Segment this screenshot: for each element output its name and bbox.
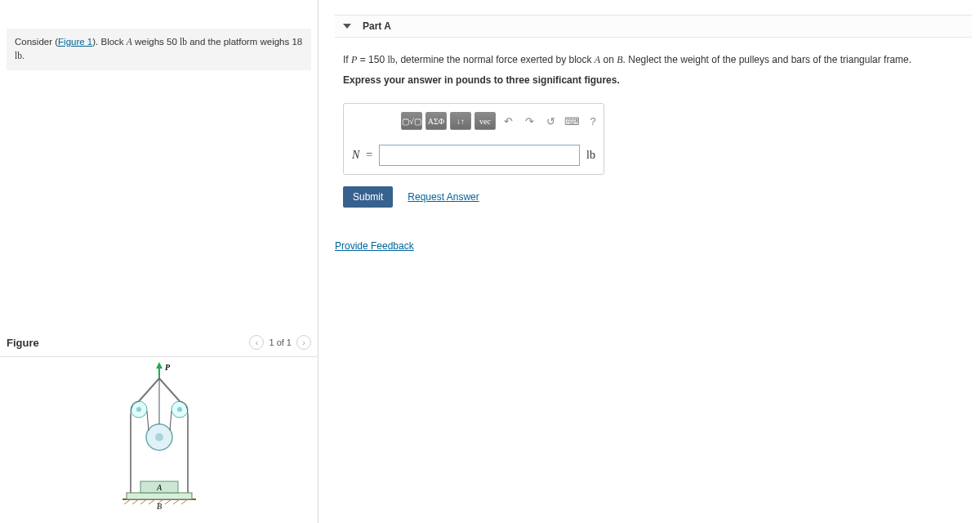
equation-toolbar: ▢√▢ ΑΣΦ ↓↑ vec ↶ ↷ ↺ ⌨ ?: [352, 112, 595, 130]
label-a: A: [155, 483, 162, 492]
submit-button[interactable]: Submit: [343, 186, 393, 208]
text: ). Block: [92, 37, 127, 47]
figure-link[interactable]: Figure 1: [58, 37, 92, 47]
svg-line-21: [147, 411, 149, 431]
keyboard-button[interactable]: ⌨: [563, 112, 581, 130]
next-figure-button[interactable]: ›: [296, 335, 311, 350]
label-b: B: [156, 502, 161, 511]
text: . Neglect the weight of the pulleys and …: [623, 54, 912, 65]
undo-button[interactable]: ↶: [499, 112, 517, 130]
text: and the platform weighs 18: [187, 37, 302, 47]
text: , determine the normal force exerted by …: [395, 54, 595, 65]
unit: lb: [387, 54, 394, 65]
instruction: Express your answer in pounds to three s…: [343, 73, 964, 88]
problem-statement: Consider (Figure 1). Block A weighs 50 l…: [7, 29, 311, 70]
unit: lb: [180, 37, 187, 47]
answer-lhs: N: [352, 149, 359, 162]
question-prompt: If P = 150 lb, determine the normal forc…: [335, 38, 972, 92]
text: weighs 50: [132, 37, 180, 47]
text: = 150: [357, 54, 387, 65]
provide-feedback-link[interactable]: Provide Feedback: [335, 240, 414, 252]
text: on: [600, 54, 617, 65]
templates-button[interactable]: ▢√▢: [401, 112, 422, 130]
text: If: [343, 54, 351, 65]
pager-text: 1 of 1: [269, 337, 292, 347]
answer-unit: lb: [586, 149, 595, 162]
answer-eq: =: [366, 149, 372, 162]
greek-button[interactable]: ΑΣΦ: [425, 112, 447, 130]
answer-area: ▢√▢ ΑΣΦ ↓↑ vec ↶ ↷ ↺ ⌨ ? N = lb: [343, 103, 604, 175]
svg-line-18: [159, 378, 180, 401]
svg-line-22: [170, 411, 172, 431]
arrows-button[interactable]: ↓↑: [450, 112, 471, 130]
help-button[interactable]: ?: [584, 112, 602, 130]
svg-point-20: [155, 433, 163, 441]
var-b: B: [617, 54, 622, 65]
prev-figure-button[interactable]: ‹: [249, 335, 264, 350]
vec-button[interactable]: vec: [474, 112, 496, 130]
reset-button[interactable]: ↺: [541, 112, 559, 130]
figure-title: Figure: [7, 337, 39, 349]
text: Consider (: [15, 37, 58, 47]
svg-marker-25: [156, 362, 163, 369]
chevron-down-icon: [343, 24, 351, 29]
var-a: A: [127, 37, 132, 47]
label-p: P: [165, 363, 171, 372]
figure-diagram: B A: [90, 362, 229, 517]
request-answer-link[interactable]: Request Answer: [408, 191, 479, 203]
svg-point-16: [177, 407, 182, 412]
part-title: Part A: [363, 20, 391, 32]
svg-point-14: [136, 407, 141, 412]
figure-panel: Figure ‹ 1 of 1 ›: [0, 335, 318, 517]
text: .: [22, 51, 24, 60]
unit: lb: [15, 51, 22, 60]
redo-button[interactable]: ↷: [520, 112, 538, 130]
svg-rect-9: [127, 493, 192, 499]
figure-pager: ‹ 1 of 1 ›: [249, 335, 311, 350]
answer-input[interactable]: [379, 145, 580, 166]
part-header[interactable]: Part A: [335, 15, 972, 38]
svg-line-17: [139, 378, 159, 401]
